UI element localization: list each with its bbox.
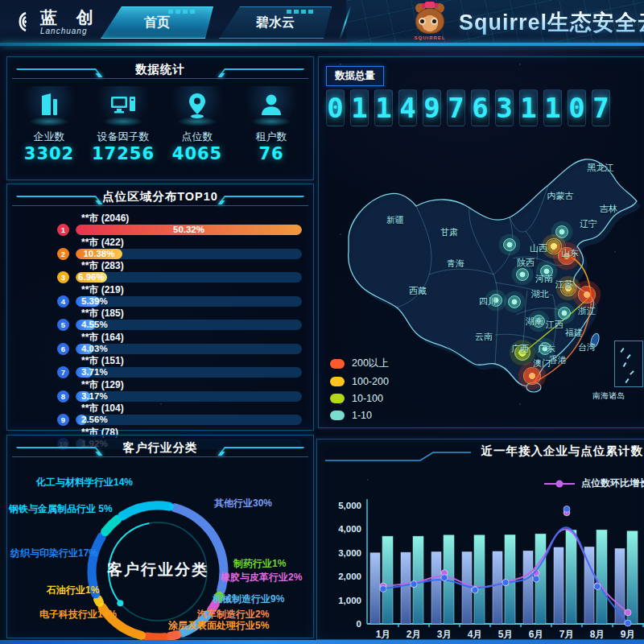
top10-row[interactable]: 54.55% [57,319,302,331]
tab-corner-squares [287,10,313,14]
svg-text:3,000: 3,000 [338,548,361,558]
province-label: 西藏 [409,285,427,297]
bar-percentage: 5.39% [81,296,108,307]
device-icon [109,107,138,121]
top10-row-label: **市 (129) [81,380,302,390]
donut-center-label: 客户行业分类 [85,559,230,580]
top10-panel-header: 点位区域分布TOP10 [7,184,313,208]
bar-fill: 10.38% [76,249,122,259]
user-icon [258,107,285,121]
province-label: 新疆 [386,214,404,226]
legend-label: 1-10 [352,410,372,421]
rank-badge: 5 [57,319,69,331]
stat-tenants: 租户数 76 [235,85,308,163]
top10-row[interactable]: 92.56% [57,414,302,426]
legend-swatch [330,411,345,420]
top10-row[interactable]: 210.38% [57,248,302,260]
trend-panel: 近一年接入企业与点位累计数 点位数环比增长率 01,0002,0003,0004… [316,439,644,640]
rank-badge: 4 [57,295,69,308]
location-pin-icon [184,109,211,122]
bar-percentage: 10.38% [83,249,114,259]
brand-name: 蓝 创 [40,9,101,27]
bar-percentage: 50.32% [173,225,204,235]
top10-row[interactable]: 73.71% [57,366,302,378]
province-label: 山东 [561,247,579,259]
logo[interactable]: 蓝 创 Lanchuang [10,6,101,37]
map-legend-item: 1-10 [330,410,389,421]
donut-segment-label: 纺织与印染行业17% [10,547,97,560]
rank-badge: 1 [57,224,69,236]
bar-track: 50.32% [76,225,302,235]
top10-row[interactable]: 45.39% [57,295,302,308]
industry-donut-chart[interactable]: 客户行业分类 化工与材料学行业14%钢铁与金属制品行业 5%纺织与印染行业17%… [7,456,313,638]
svg-text:5月: 5月 [498,629,514,640]
tab-bishuiyun[interactable]: 碧水云 [219,6,332,39]
trend-combo-chart[interactable]: 01,0002,0003,0004,0005,0001月2月3月4月5月6月7月… [317,440,644,644]
province-label: 湖南 [526,316,543,328]
stat-value: 4065 [161,144,233,163]
header-accent-strip [0,43,644,46]
top10-row[interactable]: 150.32% [57,224,302,236]
tab-home[interactable]: 首页 [101,6,213,39]
top10-row-label: **市 (422) [81,237,302,247]
province-label: 辽宁 [580,218,597,230]
counter-digit: 0 [568,89,586,126]
svg-text:0: 0 [357,619,361,629]
industry-panel-title: 客户行业分类 [123,440,198,456]
donut-segment-label: 钢铁与金属制品行业 5% [9,502,113,516]
map-legend-item: 100-200 [330,376,389,387]
brand-subtitle: Lanchuang [40,27,101,35]
donut-segment-label: 石油行业1% [47,584,99,597]
svg-text:6月: 6月 [529,629,544,640]
stat-label: 企业数 [13,130,85,144]
province-label: 青海 [447,258,464,270]
top10-row[interactable]: 83.17% [57,390,302,402]
province-label: 香港 [549,354,567,366]
counter-digit: 6 [471,89,489,126]
svg-text:1月: 1月 [376,629,391,640]
stat-value: 76 [235,144,308,163]
donut-segment-label: 机械制造行业9% [213,592,284,606]
building-icon [35,107,63,121]
donut-segment-label: 其他行业30% [214,497,272,510]
bottom-accent-strip [0,640,644,644]
donut-segment-label: 制药行业1% [233,557,286,571]
counter-digit: 4 [398,89,417,126]
legend-swatch [330,377,345,386]
china-map-panel: 数据总量 011497631107 [318,56,644,428]
south-china-sea-inset [614,341,643,387]
bar-fill: 6.96% [76,272,107,283]
heat-spot-teal [497,233,522,257]
counter-digit: 9 [423,89,441,126]
legend-swatch [330,394,345,403]
stat-label: 点位数 [161,130,233,144]
counter-digit: 1 [350,89,369,126]
province-label: 山西 [530,242,547,254]
top10-row-label: **市 (164) [81,332,302,342]
svg-text:5,000: 5,000 [338,501,361,510]
rank-badge: 9 [57,414,69,426]
province-label: 浙江 [578,305,596,317]
counter-digit: 7 [447,89,465,126]
top10-row-label: **市 (219) [81,285,302,295]
svg-text:8月: 8月 [590,629,605,640]
header-bar: 蓝 创 Lanchuang 首页 碧水云 SQUIRREL Squirrel生态… [0,0,644,45]
bar-track: 2.56% [76,415,302,425]
data-total-badge: 数据总量 [326,66,384,86]
top10-row[interactable]: 36.96% [57,271,302,283]
page-title: Squirrel生态安全云平台 [459,8,644,37]
stat-device-factors: 设备因子数 17256 [87,85,159,163]
svg-text:9月: 9月 [621,629,636,640]
province-label: 甘肃 [440,226,458,238]
province-label: 江苏 [555,279,573,291]
province-label: 吉林 [600,203,617,215]
stats-panel-header: 数据统计 [7,57,313,81]
stat-value: 3302 [13,144,85,163]
bar-track: 6.96% [76,272,302,283]
province-label: 湖北 [531,288,549,300]
dashboard-background: 蓝 创 Lanchuang 首页 碧水云 SQUIRREL Squirrel生态… [0,0,644,644]
bar-track: 4.55% [76,320,302,330]
rank-badge: 6 [57,343,69,355]
province-label: 澳门 [533,357,551,369]
top10-row[interactable]: 64.03% [57,343,302,355]
